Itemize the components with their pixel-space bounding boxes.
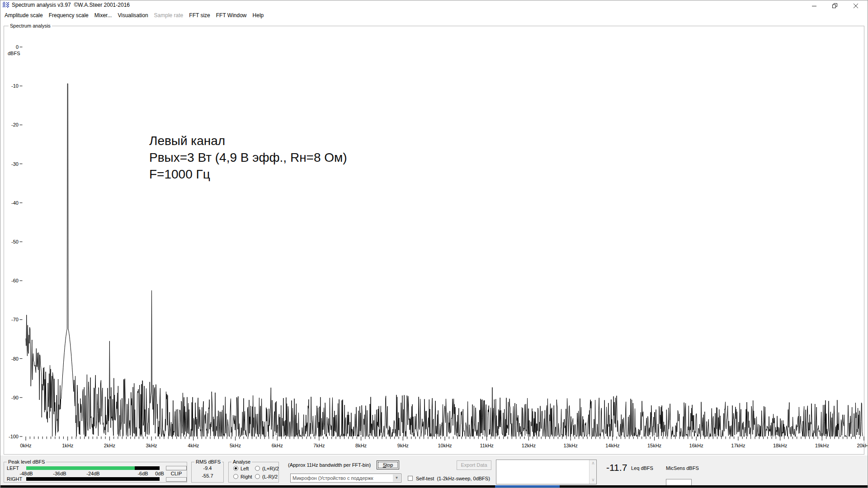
- meter-scale--36db: -36dB: [53, 471, 66, 476]
- svg-text:18kHz: 18kHz: [773, 443, 787, 448]
- annotation-line-3: F=1000 Гц: [149, 166, 347, 183]
- svg-text:16kHz: 16kHz: [689, 443, 703, 448]
- chart-annotation: Левый канал Рвых=3 Вт (4,9 В эфф., Rн=8 …: [149, 132, 347, 183]
- rms-group-label: RMS dBFS: [194, 459, 222, 465]
- export-data-button[interactable]: Export Data: [457, 460, 491, 470]
- self-test-label: Self-test (1-2kHz-sweep, 0dBFS): [416, 476, 490, 481]
- radio-l-minus-r-label: (L-R)/2: [262, 474, 278, 479]
- self-test-checkbox[interactable]: [408, 476, 413, 481]
- svg-text:-10: -10: [11, 83, 19, 89]
- analyse-group: Analyse Left (L+R)/2 Right (L-R)/2: [228, 462, 279, 483]
- left-peak-meter-fill: [26, 466, 135, 470]
- spectrum-chart: 0-10-20-30-40-50-60-70-80-90-100dBFS0kHz…: [0, 0, 868, 456]
- rms-left-value: -9.4: [192, 465, 223, 471]
- svg-text:15kHz: 15kHz: [647, 443, 661, 448]
- rms-right-value: -55.7: [192, 473, 223, 479]
- svg-text:-70: -70: [11, 317, 19, 322]
- radio-left[interactable]: [233, 466, 238, 471]
- meter-scale--6db: -6dB: [137, 471, 148, 476]
- analyse-group-label: Analyse: [231, 459, 252, 465]
- svg-text:12kHz: 12kHz: [522, 443, 536, 448]
- scroll-down-icon[interactable]: ∨: [590, 477, 597, 484]
- svg-text:7kHz: 7kHz: [313, 443, 325, 448]
- svg-text:-50: -50: [11, 239, 19, 244]
- svg-text:1kHz: 1kHz: [62, 443, 73, 448]
- radio-l-minus-r[interactable]: [255, 474, 260, 479]
- svg-text:19kHz: 19kHz: [815, 443, 829, 448]
- right-peak-meter: [26, 477, 160, 481]
- left-peak-meter: [26, 466, 160, 470]
- svg-text:11kHz: 11kHz: [480, 443, 494, 448]
- svg-text:-100: -100: [9, 434, 19, 439]
- combobox-dropdown-icon[interactable]: ▼: [393, 474, 401, 482]
- svg-text:9kHz: 9kHz: [397, 443, 409, 448]
- right-channel-label: RIGHT: [7, 476, 22, 482]
- svg-text:13kHz: 13kHz: [564, 443, 578, 448]
- svg-text:dBFS: dBFS: [8, 51, 20, 56]
- radio-left-label: Left: [241, 466, 249, 471]
- svg-text:10kHz: 10kHz: [438, 443, 452, 448]
- meter-scale-0db: 0dB: [155, 471, 164, 476]
- leq-label: Leq dBFS: [631, 465, 653, 471]
- stop-button-accel: S: [383, 462, 386, 468]
- clip-indicator-left[interactable]: [166, 466, 187, 470]
- clip-label: CLIP: [166, 471, 187, 476]
- svg-text:-30: -30: [11, 161, 19, 167]
- svg-text:5kHz: 5kHz: [230, 443, 241, 448]
- svg-text:14kHz: 14kHz: [605, 443, 619, 448]
- results-listbox[interactable]: ∧ ∨: [496, 460, 597, 484]
- svg-text:20kHz: 20kHz: [857, 443, 868, 448]
- stop-button-rest: top: [386, 462, 393, 468]
- rms-group: RMS dBFS -9.4 -55.7: [191, 462, 224, 483]
- radio-right[interactable]: [233, 474, 238, 479]
- listbox-scrollbar[interactable]: ∧ ∨: [589, 460, 596, 484]
- svg-text:2kHz: 2kHz: [104, 443, 115, 448]
- svg-text:-90: -90: [11, 395, 19, 400]
- stop-button[interactable]: Stop: [377, 460, 399, 469]
- radio-l-plus-r-label: (L+R)/2: [262, 466, 279, 471]
- meter-scale--48db: -48dB: [19, 471, 33, 476]
- svg-text:-80: -80: [11, 356, 19, 361]
- svg-text:0kHz: 0kHz: [20, 443, 31, 448]
- radio-l-plus-r[interactable]: [255, 466, 260, 471]
- svg-text:3kHz: 3kHz: [146, 443, 157, 448]
- svg-text:6kHz: 6kHz: [272, 443, 283, 448]
- clip-indicator-right[interactable]: [166, 477, 187, 482]
- annotation-line-2: Рвых=3 Вт (4,9 В эфф., Rн=8 Ом): [149, 149, 347, 166]
- left-channel-label: LEFT: [7, 465, 19, 471]
- micsens-label: MicSens dBFS: [666, 465, 699, 471]
- meter-scale--24db: -24dB: [86, 471, 99, 476]
- radio-right-label: Right: [241, 474, 252, 479]
- taskbar-accent: [495, 485, 560, 488]
- annotation-line-1: Левый канал: [149, 132, 347, 149]
- bottom-edge-strip: [0, 485, 868, 488]
- svg-text:-40: -40: [11, 200, 19, 206]
- peak-level-group: Peak level dBFS LEFT -48dB -36dB -24dB -…: [4, 462, 187, 483]
- svg-text:8kHz: 8kHz: [355, 443, 367, 448]
- audio-device-value: Микрофон (Устройство с поддержк: [292, 474, 373, 482]
- scroll-up-icon[interactable]: ∧: [590, 460, 597, 467]
- control-panel: Peak level dBFS LEFT -48dB -36dB -24dB -…: [0, 455, 868, 488]
- svg-text:-60: -60: [11, 278, 19, 283]
- svg-text:0: 0: [16, 44, 19, 50]
- svg-text:17kHz: 17kHz: [731, 443, 745, 448]
- fft-bandwidth-note: (Approx 11Hz bandwidth per FFT-bin): [288, 462, 371, 468]
- peak-level-group-label: Peak level dBFS: [7, 459, 46, 465]
- svg-text:-20: -20: [11, 122, 19, 127]
- svg-text:4kHz: 4kHz: [188, 443, 199, 448]
- leq-value: -11.7: [606, 462, 627, 473]
- audio-device-combobox[interactable]: Микрофон (Устройство с поддержк ▼: [290, 474, 401, 483]
